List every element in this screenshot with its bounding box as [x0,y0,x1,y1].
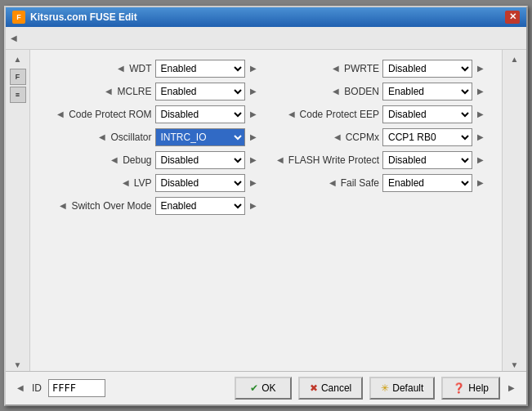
fs-right-arrow[interactable]: ▶ [476,176,485,189]
debug-right-arrow[interactable]: ▶ [248,154,258,166]
default-button[interactable]: ✳ Default [369,377,435,400]
field-row-code-protect-rom: ◀ Code Protect ROM Enabled Disabled ▶ [47,105,258,123]
bottom-bar: ◀ ID ✔ OK ✖ Cancel ✳ Default ❓ Help ▶ [6,371,526,404]
field-row-flash-write: ◀ FLASH Write Protect Enabled Disabled ▶ [275,151,486,169]
help-icon: ❓ [453,382,465,394]
cpe-right-arrow[interactable]: ▶ [476,108,485,120]
boden-left-arrow[interactable]: ◀ [331,85,341,97]
pwrte-left-arrow[interactable]: ◀ [331,62,341,74]
lvp-select[interactable]: Enabled Disabled [155,174,245,192]
field-row-boden: ◀ BODEN Enabled Disabled ▶ [275,83,486,101]
cancel-button[interactable]: ✖ Cancel [298,377,363,400]
content-area: ◀ ▲ F ≡ ▼ ◀ WDT [6,27,526,404]
ok-icon: ✔ [250,382,258,394]
fields-right-column: ◀ PWRTE Enabled Disabled ▶ ◀ BODEN [275,60,486,361]
som-left-arrow[interactable]: ◀ [58,199,68,212]
fields-left-column: ◀ WDT Enabled Disabled ▶ ◀ MCLRE [47,60,258,361]
debug-label: Debug [123,154,151,166]
field-row-lvp: ◀ LVP Enabled Disabled ▶ [47,174,258,192]
cpr-label: Code Protect ROM [69,109,151,120]
osc-right-arrow[interactable]: ▶ [248,131,258,143]
cancel-icon: ✖ [310,382,318,394]
right-nav-up[interactable]: ▲ [509,53,521,65]
lvp-right-arrow[interactable]: ▶ [248,176,258,189]
som-select[interactable]: Enabled Disabled [155,197,245,215]
fs-label: Fail Safe [341,177,379,189]
left-nav-icon-1[interactable]: F [10,69,26,85]
osc-left-arrow[interactable]: ◀ [97,131,107,143]
field-row-switch-over: ◀ Switch Over Mode Enabled Disabled ▶ [47,197,258,215]
fs-select[interactable]: Enabled Disabled [382,174,472,192]
ccpmx-right-arrow[interactable]: ▶ [476,131,485,143]
default-label: Default [392,382,423,394]
pwrte-right-arrow[interactable]: ▶ [476,62,485,74]
wdt-select[interactable]: Enabled Disabled [155,60,245,78]
id-label: ID [32,382,42,394]
cpe-select[interactable]: Enabled Disabled [382,105,472,123]
mclre-select[interactable]: Enabled Disabled [155,83,245,101]
ok-label: OK [262,382,275,394]
boden-select[interactable]: Enabled Disabled [382,83,472,101]
field-row-debug: ◀ Debug Enabled Disabled ▶ [47,151,258,169]
left-nav-down[interactable]: ▼ [12,359,24,371]
field-row-pwrte: ◀ PWRTE Enabled Disabled ▶ [275,60,486,78]
mclre-right-arrow[interactable]: ▶ [248,85,258,97]
toolbar-left-arrow[interactable]: ◀ [9,32,19,44]
field-row-oscillator: ◀ Oscillator INTRC_IO INTRC EXTRC XT HS … [47,128,258,146]
cpe-left-arrow[interactable]: ◀ [287,108,297,120]
mclre-label: MCLRE [117,86,151,97]
help-label: Help [468,382,489,394]
som-right-arrow[interactable]: ▶ [248,199,258,212]
fs-left-arrow[interactable]: ◀ [328,176,338,189]
boden-label: BODEN [344,86,379,97]
field-row-mclre: ◀ MCLRE Enabled Disabled ▶ [47,83,258,101]
ccpmx-select[interactable]: CCP1 RB0 CCP1 RB3 [382,128,472,146]
bottom-right-arrow[interactable]: ▶ [507,382,516,394]
main-window: F Kitsrus.com FUSE Edit ✕ ◀ ▲ F ≡ ▼ [4,6,528,406]
field-row-fail-safe: ◀ Fail Safe Enabled Disabled ▶ [275,174,486,192]
fwp-right-arrow[interactable]: ▶ [476,154,485,166]
close-button[interactable]: ✕ [505,11,520,24]
pwrte-label: PWRTE [344,63,379,74]
lvp-left-arrow[interactable]: ◀ [121,176,131,189]
default-icon: ✳ [381,382,389,394]
wdt-left-arrow[interactable]: ◀ [116,62,126,74]
help-button[interactable]: ❓ Help [441,377,500,400]
ccpmx-label: CCPMx [346,132,379,143]
left-nav-icon-2[interactable]: ≡ [10,87,26,103]
left-nav-panel: ▲ F ≡ ▼ [6,50,30,371]
cpr-left-arrow[interactable]: ◀ [56,108,65,120]
fields-container: ◀ WDT Enabled Disabled ▶ ◀ MCLRE [47,60,485,361]
title-bar-left: F Kitsrus.com FUSE Edit [12,11,137,24]
osc-label: Oscillator [110,132,151,143]
debug-left-arrow[interactable]: ◀ [110,154,119,166]
field-row-ccpmx: ◀ CCPMx CCP1 RB0 CCP1 RB3 ▶ [275,128,486,146]
fwp-select[interactable]: Enabled Disabled [382,151,472,169]
fwp-label: FLASH Write Protect [288,154,379,166]
toolbar: ◀ [6,27,526,50]
wdt-right-arrow[interactable]: ▶ [248,62,258,74]
som-label: Switch Over Mode [71,200,151,212]
id-input[interactable] [48,379,105,397]
oscillator-select[interactable]: INTRC_IO INTRC EXTRC XT HS LP EC [155,128,245,146]
ccpmx-left-arrow[interactable]: ◀ [333,131,342,143]
right-nav-panel: ▲ ▼ [502,50,526,371]
cpr-right-arrow[interactable]: ▶ [248,108,258,120]
debug-select[interactable]: Enabled Disabled [155,151,245,169]
fwp-left-arrow[interactable]: ◀ [275,154,285,166]
title-bar: F Kitsrus.com FUSE Edit ✕ [6,7,526,27]
fields-panel: ◀ WDT Enabled Disabled ▶ ◀ MCLRE [30,50,502,371]
boden-right-arrow[interactable]: ▶ [476,85,485,97]
field-row-wdt: ◀ WDT Enabled Disabled ▶ [47,60,258,78]
cpe-label: Code Protect EEP [300,109,379,120]
wdt-label: WDT [129,63,151,74]
right-nav-down[interactable]: ▼ [509,359,521,371]
left-nav-up[interactable]: ▲ [12,53,24,65]
window-title: Kitsrus.com FUSE Edit [30,11,137,23]
pwrte-select[interactable]: Enabled Disabled [382,60,472,78]
ok-button[interactable]: ✔ OK [235,377,292,400]
cpr-select[interactable]: Enabled Disabled [155,105,245,123]
field-row-code-protect-eep: ◀ Code Protect EEP Enabled Disabled ▶ [275,105,486,123]
bottom-left-arrow[interactable]: ◀ [16,382,25,394]
mclre-left-arrow[interactable]: ◀ [104,85,114,97]
